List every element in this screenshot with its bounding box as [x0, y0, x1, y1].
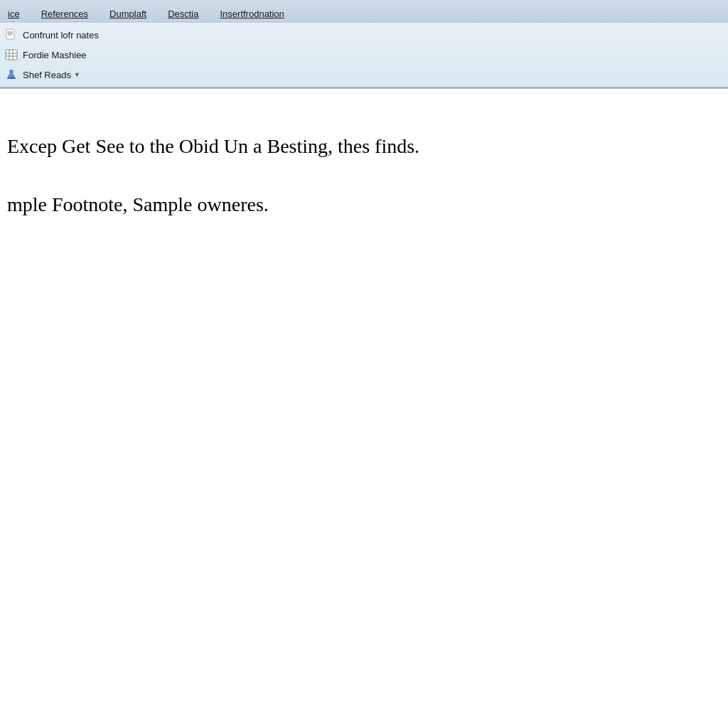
toolbar-dropdown-row3[interactable]: Shef Reads ▼ [23, 70, 80, 80]
toolbar-row-2: Fordie Mashiee [4, 46, 724, 64]
toolbar-row-1: Confrunt lofr nates [4, 26, 724, 44]
toolbar-label-row1: Confrunt lofr nates [23, 30, 99, 41]
document-icon [4, 28, 18, 42]
toolbar-row-3[interactable]: Shef Reads ▼ [4, 65, 724, 84]
tab-desctia[interactable]: Desctia [157, 4, 209, 23]
content-paragraph-2: mple Footnote, Sample owneres. [7, 190, 714, 220]
svg-point-10 [9, 70, 14, 74]
toolbar-label-row2: Fordie Mashiee [23, 50, 87, 60]
ribbon: ice References Dumplaft Desctia Insertfr… [0, 0, 728, 89]
tab-insertfrodnation[interactable]: Insertfrodnation [210, 4, 295, 23]
tab-bar: ice References Dumplaft Desctia Insertfr… [0, 0, 728, 23]
content-area: Excep Get See to the Obid Un a Besting, … [0, 89, 728, 728]
chevron-down-icon: ▼ [74, 71, 80, 78]
tab-ice[interactable]: ice [0, 4, 31, 23]
toolbar-label-row3: Shef Reads [23, 70, 71, 80]
tab-dumplaft[interactable]: Dumplaft [99, 4, 157, 23]
toolbar-area: Confrunt lofr nates Fordie Mashiee [0, 23, 728, 88]
svg-rect-4 [6, 50, 17, 60]
tab-references[interactable]: References [31, 4, 99, 23]
user-icon [4, 68, 18, 82]
svg-rect-0 [6, 29, 14, 39]
table-icon [4, 48, 18, 62]
content-paragraph-1: Excep Get See to the Obid Un a Besting, … [7, 132, 714, 161]
